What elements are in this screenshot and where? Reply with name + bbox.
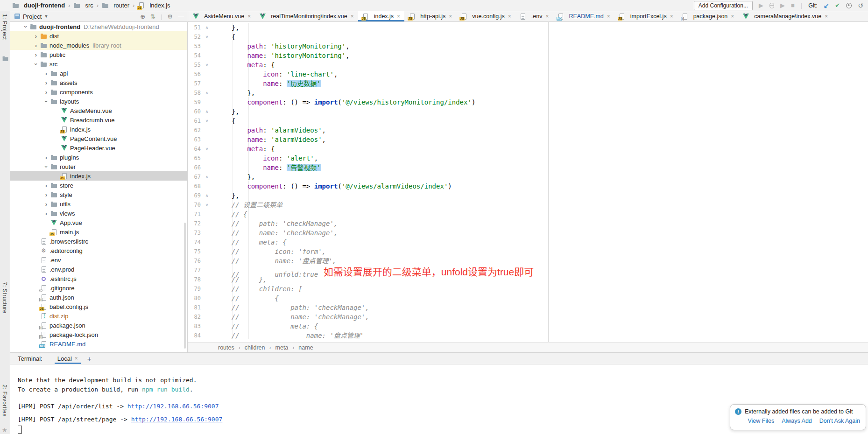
code-line-73[interactable]: 73 // name: 'checkManage', bbox=[188, 228, 868, 238]
code-line-63[interactable]: 63 name: 'alarmVideos', bbox=[188, 135, 868, 144]
tree-item-dist[interactable]: ›dist bbox=[10, 31, 187, 41]
breadcrumb-item-index.js[interactable]: JSindex.js bbox=[138, 2, 170, 9]
editor-breadcrumb-routes[interactable]: routes bbox=[218, 344, 234, 351]
code-line-84[interactable]: 84 // name: '盘点管理' bbox=[188, 331, 868, 340]
tree-item-.env.prod[interactable]: .env.prod bbox=[10, 265, 187, 274]
tab-README.md[interactable]: MDREADME.md× bbox=[553, 11, 614, 21]
tree-expand-icon[interactable]: › bbox=[33, 51, 39, 58]
tree-item-utils[interactable]: ›utils bbox=[10, 199, 187, 209]
code-line-80[interactable]: 80 // { bbox=[188, 294, 868, 303]
code-line-77[interactable]: 77 // unfold:true 如需设置展开的二级菜单，unfold设置为t… bbox=[188, 266, 868, 275]
code-line-65[interactable]: 65 icon: 'alert', bbox=[188, 154, 868, 163]
tree-item-AsideMenu.vue[interactable]: AsideMenu.vue bbox=[10, 106, 187, 115]
stop-icon[interactable]: ■ bbox=[791, 2, 795, 8]
code-line-69[interactable]: 69∧ }, bbox=[188, 191, 868, 200]
tree-expand-icon[interactable]: › bbox=[43, 154, 49, 161]
code-line-68[interactable]: 68 component: () => import('@/views/alar… bbox=[188, 182, 868, 191]
tree-item-public[interactable]: ›public bbox=[10, 50, 187, 59]
code-line-76[interactable]: 76 // name: '盘点管理', bbox=[188, 256, 868, 266]
code-line-71[interactable]: 71 // { bbox=[188, 210, 868, 219]
tree-item-duoji-frontend[interactable]: ›duoji-frontendD:\zheheWeb\duoji-fronten… bbox=[10, 22, 187, 31]
tool-button-favorites[interactable]: 2: Favorites bbox=[1, 385, 8, 417]
git-update-icon[interactable]: ↙ bbox=[824, 2, 829, 9]
tree-expand-icon[interactable]: › bbox=[22, 23, 29, 30]
debug-icon[interactable] bbox=[769, 3, 774, 8]
code-line-51[interactable]: 51∧ }, bbox=[188, 23, 868, 32]
tree-expand-icon[interactable]: › bbox=[43, 70, 49, 77]
tab-index.js[interactable]: JSindex.js× bbox=[358, 11, 404, 21]
notification-action-don't-ask-again[interactable]: Don't Ask Again bbox=[819, 418, 860, 424]
code-line-57[interactable]: 57 name: '历史数据' bbox=[188, 79, 868, 88]
tree-item-style[interactable]: ›style bbox=[10, 190, 187, 199]
hide-panel-icon[interactable]: — bbox=[178, 13, 184, 20]
git-commit-icon[interactable]: ✔ bbox=[835, 2, 840, 9]
tree-item-router[interactable]: ›router bbox=[10, 162, 187, 171]
tree-item-components[interactable]: ›components bbox=[10, 87, 187, 97]
terminal-tab-local[interactable]: Local × bbox=[55, 353, 81, 364]
code-line-52[interactable]: 52∨ { bbox=[188, 32, 868, 42]
code-line-82[interactable]: 82 // name: 'checkManage', bbox=[188, 312, 868, 322]
fold-marker[interactable]: ∨ bbox=[201, 200, 213, 210]
tree-item-node_modules[interactable]: ›node_moduleslibrary root bbox=[10, 41, 187, 50]
close-icon[interactable]: × bbox=[75, 355, 78, 362]
code-line-58[interactable]: 58∧ }, bbox=[188, 88, 868, 98]
tab-realTimeMonitoring\index.vue[interactable]: realTimeMonitoring\index.vue× bbox=[255, 11, 358, 21]
tree-item-store[interactable]: ›store bbox=[10, 181, 187, 190]
tree-item-index.js[interactable]: JSindex.js bbox=[10, 171, 187, 181]
code-line-59[interactable]: 59 component: () => import('@/views/hist… bbox=[188, 98, 868, 107]
tab-close-icon[interactable]: × bbox=[508, 13, 511, 20]
code-line-66[interactable]: 66 name: '告警视频' bbox=[188, 163, 868, 172]
tree-item-.browserslistrc[interactable]: .browserslistrc bbox=[10, 237, 187, 246]
tree-item-PageContent.vue[interactable]: PageContent.vue bbox=[10, 134, 187, 143]
chevron-down-icon[interactable]: ▼ bbox=[44, 14, 48, 19]
project-panel-title[interactable]: Project bbox=[23, 13, 42, 20]
tab-importExcel.js[interactable]: JSimportExcel.js× bbox=[614, 11, 677, 21]
tab-package.json[interactable]: {}package.json× bbox=[677, 11, 739, 21]
fold-marker[interactable]: ∨ bbox=[201, 60, 213, 70]
tree-item-.env[interactable]: .env bbox=[10, 255, 187, 265]
tree-expand-icon[interactable]: › bbox=[43, 191, 49, 198]
tree-item-package.json[interactable]: {}package.json bbox=[10, 321, 187, 330]
code-line-79[interactable]: 79 // children: [ bbox=[188, 284, 868, 294]
code-line-75[interactable]: 75 // icon: 'form', bbox=[188, 247, 868, 256]
tab-vue.config.js[interactable]: JSvue.config.js× bbox=[456, 11, 515, 21]
tab-close-icon[interactable]: × bbox=[670, 13, 673, 20]
tree-item-index.js[interactable]: JSindex.js bbox=[10, 125, 187, 134]
fold-marker[interactable]: ∨ bbox=[201, 32, 213, 42]
tree-item-Breadcrumb.vue[interactable]: Breadcrumb.vue bbox=[10, 115, 187, 125]
tab-.env[interactable]: .env× bbox=[515, 11, 553, 21]
breadcrumb-item-src[interactable]: src bbox=[73, 2, 93, 9]
tree-scrollbar[interactable] bbox=[184, 223, 186, 349]
tree-item-dist.zip[interactable]: dist.zip bbox=[10, 311, 187, 321]
fold-marker[interactable]: ∧ bbox=[201, 191, 213, 200]
tree-item-auth.json[interactable]: {}auth.json bbox=[10, 293, 187, 302]
git-rollback-icon[interactable]: ↺ bbox=[858, 2, 863, 9]
terminal-link[interactable]: http://192.168.66.56:9007 bbox=[127, 403, 219, 410]
code-line-81[interactable]: 81 // path: 'checkManage', bbox=[188, 303, 868, 312]
tab-close-icon[interactable]: × bbox=[825, 13, 828, 20]
locate-file-icon[interactable]: ⊕ bbox=[140, 13, 145, 20]
tree-expand-icon[interactable]: › bbox=[43, 210, 49, 217]
code-line-61[interactable]: 61∨ { bbox=[188, 116, 868, 126]
tree-expand-icon[interactable]: › bbox=[33, 61, 40, 67]
tree-item-babel.config.js[interactable]: JSbabel.config.js bbox=[10, 302, 187, 311]
breadcrumb-item-duoji-frontend[interactable]: duoji-frontend bbox=[12, 2, 65, 9]
tree-item-.eslintrc.js[interactable]: .eslintrc.js bbox=[10, 274, 187, 283]
tree-item-api[interactable]: ›api bbox=[10, 69, 187, 78]
tree-item-src[interactable]: ›src bbox=[10, 59, 187, 69]
tab-close-icon[interactable]: × bbox=[397, 13, 400, 20]
tree-item-views[interactable]: ›views bbox=[10, 209, 187, 218]
tree-item-.editorconfig[interactable]: ⚙.editorconfig bbox=[10, 246, 187, 255]
settings-gear-icon[interactable]: ⚙ bbox=[167, 13, 173, 20]
terminal-link[interactable]: http://192.168.66.56:9007 bbox=[131, 416, 223, 423]
tree-item-package-lock.json[interactable]: {}package-lock.json bbox=[10, 330, 187, 339]
star-icon[interactable]: ★ bbox=[2, 427, 7, 434]
folder-tool-icon[interactable] bbox=[3, 57, 8, 61]
tree-item-main.js[interactable]: JSmain.js bbox=[10, 227, 187, 237]
editor-breadcrumb-name[interactable]: name bbox=[298, 344, 313, 351]
code-line-62[interactable]: 62 path: 'alarmVideos', bbox=[188, 126, 868, 135]
tree-expand-icon[interactable]: › bbox=[43, 163, 50, 170]
tree-expand-icon[interactable]: › bbox=[33, 42, 39, 49]
run-icon[interactable]: ▶ bbox=[759, 2, 763, 8]
tree-expand-icon[interactable]: › bbox=[43, 89, 49, 96]
